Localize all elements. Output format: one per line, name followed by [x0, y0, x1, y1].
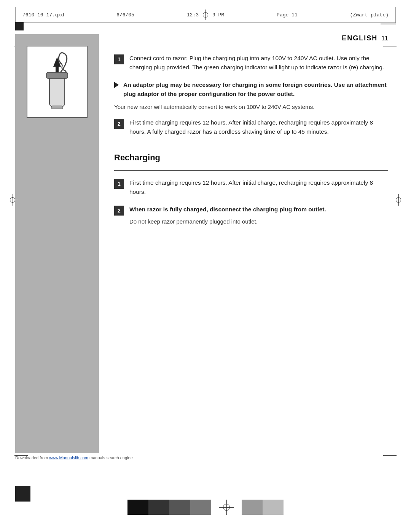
file-info: 7610_16_17.qxd	[22, 12, 64, 18]
footer-link[interactable]: www.Manualslib.com	[49, 455, 88, 460]
bottom-left-square	[15, 486, 30, 502]
recharge-step-2-bold: When razor is fully charged, disconnect …	[129, 206, 326, 212]
time-suffix: 9 PM	[212, 12, 224, 18]
recharge-step-badge-2: 2	[114, 206, 124, 216]
swatch-dark-gray	[169, 500, 190, 515]
corner-mark-tl	[15, 22, 24, 30]
step-2-text: First time charging requires 12 hours. A…	[129, 118, 388, 136]
bullet-triangle	[114, 82, 119, 88]
recharge-step-2-bold-text: When razor is fully charged, disconnect …	[129, 206, 326, 212]
bullet-item-1: An adaptor plug may be necessary for cha…	[114, 80, 388, 99]
bottom-color-bar	[0, 500, 411, 515]
step-badge-1: 1	[114, 54, 124, 64]
section-divider-2	[114, 170, 388, 171]
bullet-sub-text: Your new razor will automatically conver…	[114, 102, 388, 111]
footer: Downloaded from www.Manualslib.com manua…	[15, 455, 396, 460]
swatch-lighter-gray	[263, 500, 284, 515]
recharging-heading: Recharging	[114, 153, 388, 163]
page-header: ENGLISH 11	[114, 34, 388, 42]
header-bar: 7610_16_17.qxd 6/6/05 12:3 9 PM Page 11 …	[15, 7, 396, 23]
color-swatches-right	[242, 500, 284, 515]
svg-rect-0	[49, 76, 65, 107]
bullet-bold-text: An adaptor plug may be necessary for cha…	[123, 80, 388, 99]
step-1-text: Connect cord to razor; Plug the charging…	[129, 54, 388, 72]
footer-text-prefix: Downloaded from	[15, 455, 49, 460]
recharge-step-1: 1 First time charging requires 12 hours.…	[114, 178, 388, 197]
svg-rect-2	[46, 72, 68, 78]
swatch-light-gray	[242, 500, 263, 515]
recharge-step-2-sub: Do not keep razor permanently plugged in…	[129, 217, 326, 226]
plate-info: (Zwart plate)	[350, 12, 389, 18]
recharge-step-2: 2 When razor is fully charged, disconnec…	[114, 205, 388, 233]
color-swatches-left	[127, 500, 211, 515]
section-divider	[114, 145, 388, 145]
step-1: 1 Connect cord to razor; Plug the chargi…	[114, 54, 388, 72]
page-info: Page 11	[277, 12, 298, 18]
recharge-step-badge-1: 1	[114, 179, 124, 189]
recharge-step-1-text: First time charging requires 12 hours. A…	[129, 178, 388, 197]
bottom-crosshair	[219, 500, 234, 515]
razor-illustration	[27, 46, 88, 118]
reg-mark-right	[393, 194, 404, 206]
left-sidebar	[15, 34, 99, 453]
main-content: ENGLISH 11 1 Connect cord to razor; Plug…	[15, 34, 396, 453]
swatch-mid-gray	[190, 500, 211, 515]
swatch-dark	[148, 500, 169, 515]
align-mark-right-bottom	[383, 455, 397, 456]
page-number: 11	[381, 35, 388, 42]
crosshair-circle	[203, 12, 208, 18]
razor-svg	[30, 50, 84, 114]
corner-mark-tr	[381, 24, 396, 24]
step-2: 2 First time charging requires 12 hours.…	[114, 118, 388, 136]
time-with-crosshair: 12:3 9 PM	[187, 10, 224, 20]
reg-mark-left	[7, 194, 18, 206]
swatch-black	[127, 500, 148, 515]
svg-rect-3	[51, 106, 63, 109]
header-crosshair	[200, 10, 211, 20]
page-title: ENGLISH	[342, 34, 378, 42]
right-content: ENGLISH 11 1 Connect cord to razor; Plug…	[99, 34, 396, 453]
align-mark-left-bottom	[14, 455, 28, 456]
date-info: 6/6/05	[116, 12, 134, 18]
step-badge-2: 2	[114, 119, 124, 129]
time-info: 12:3	[187, 12, 199, 18]
footer-suffix: manuals search engine	[88, 455, 133, 460]
bottom-crosshair-circle	[223, 504, 230, 511]
